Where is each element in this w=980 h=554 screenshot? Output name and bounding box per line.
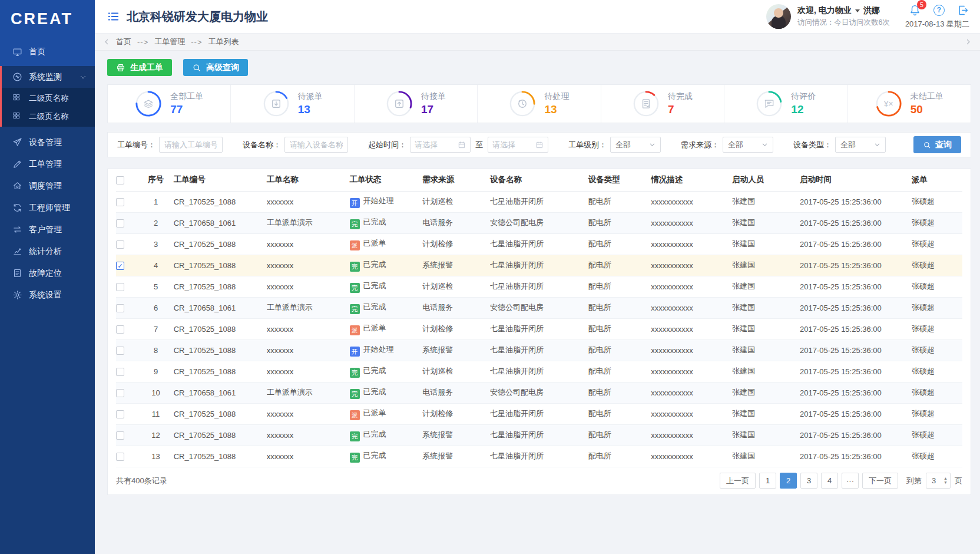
table-row[interactable]: 8CR_170525_1088xxxxxxx开开始处理系统报警七星油脂开闭所配电… bbox=[116, 339, 962, 361]
demand-source-select[interactable]: 全部 bbox=[723, 137, 773, 153]
user-dropdown-caret-icon[interactable] bbox=[855, 9, 860, 12]
page-button-1[interactable]: 1 bbox=[759, 473, 776, 489]
menu-toggle-icon[interactable] bbox=[107, 10, 120, 23]
stat-value: 17 bbox=[421, 103, 446, 116]
row-checkbox[interactable]: ✓ bbox=[116, 262, 124, 270]
column-header: 工单状态 bbox=[350, 169, 423, 191]
row-checkbox[interactable] bbox=[116, 431, 124, 440]
end-date-picker[interactable]: 请选择 bbox=[488, 137, 548, 153]
device-type-select[interactable]: 全部 bbox=[835, 137, 886, 153]
sidebar-item-subpage-1[interactable]: 二级页名称 bbox=[2, 89, 95, 107]
row-checkbox[interactable] bbox=[116, 283, 124, 291]
help-icon[interactable]: ? bbox=[933, 5, 945, 16]
table-row[interactable]: 7CR_170525_1088xxxxxxx派已派单计划检修七星油脂开闭所配电所… bbox=[116, 318, 962, 339]
logout-icon[interactable] bbox=[957, 4, 969, 17]
stat-label: 待接单 bbox=[421, 91, 446, 102]
row-checkbox[interactable] bbox=[116, 368, 124, 376]
column-header: 工单名称 bbox=[267, 169, 350, 191]
grid-icon bbox=[12, 93, 22, 103]
table-row[interactable]: 11CR_170525_1088xxxxxxx派已派单计划检修七星油脂开闭所配电… bbox=[116, 403, 962, 424]
table-row[interactable]: 13CR_170525_1088xxxxxxx完已完成系统报警七星油脂开闭所配电… bbox=[116, 446, 962, 467]
breadcrumb-item-home[interactable]: 首页 bbox=[116, 37, 131, 47]
stat-label: 全部工单 bbox=[170, 91, 203, 102]
cell-type: 配电所 bbox=[588, 212, 651, 233]
goto-page-input[interactable]: 3▲▼ bbox=[926, 473, 951, 489]
cell-type: 配电所 bbox=[588, 255, 651, 276]
table-row[interactable]: ✓4CR_170525_1088xxxxxxx完已完成系统报警七星油脂开闭所配电… bbox=[116, 255, 962, 276]
stat-card-all-orders[interactable]: 全部工单77 bbox=[108, 85, 231, 123]
table-row[interactable]: 1CR_170525_1088xxxxxxx开开始处理计划巡检七星油脂开闭所配电… bbox=[116, 191, 962, 212]
table-row[interactable]: 2CR_170658_1061工单派单演示完已完成电话服务安德公司配电房配电所x… bbox=[116, 212, 962, 233]
cell-dispatcher: 张硕超 bbox=[912, 297, 962, 318]
breadcrumb-forward-icon[interactable] bbox=[965, 38, 972, 45]
row-checkbox[interactable] bbox=[116, 410, 124, 418]
stat-card-to-dispatch[interactable]: 待派单13 bbox=[231, 85, 354, 123]
row-checkbox[interactable] bbox=[116, 325, 124, 334]
stat-value: 13 bbox=[544, 103, 569, 116]
row-checkbox[interactable] bbox=[116, 198, 124, 206]
device-name-input[interactable] bbox=[284, 137, 348, 153]
breadcrumb-item-workorder-list[interactable]: 工单列表 bbox=[208, 37, 239, 47]
sidebar-item-stats-analysis[interactable]: 统计分析 bbox=[0, 240, 95, 262]
order-level-select[interactable]: 全部 bbox=[610, 137, 661, 153]
row-checkbox[interactable] bbox=[116, 219, 124, 227]
column-header: 情况描述 bbox=[651, 169, 732, 191]
next-page-button[interactable]: 下一页 bbox=[862, 473, 898, 489]
table-row[interactable]: 5CR_170525_1088xxxxxxx完已完成计划巡检七星油脂开闭所配电所… bbox=[116, 276, 962, 297]
stat-card-unsettled[interactable]: ¥×未结工单50 bbox=[848, 85, 971, 123]
page-button-3[interactable]: 3 bbox=[800, 473, 817, 489]
sidebar-item-workorder-mgmt[interactable]: 工单管理 bbox=[0, 153, 95, 175]
table-row[interactable]: 12CR_170525_1088xxxxxxx完已完成系统报警七星油脂开闭所配电… bbox=[116, 424, 962, 446]
page-button-2[interactable]: 2 bbox=[780, 473, 797, 489]
notification-bell-icon[interactable]: 5 bbox=[909, 4, 921, 17]
cell-source: 系统报警 bbox=[422, 339, 490, 361]
stat-card-to-finish[interactable]: 待完成7 bbox=[601, 85, 724, 123]
stat-card-to-process[interactable]: 待处理13 bbox=[478, 85, 601, 123]
stat-ring bbox=[509, 90, 536, 117]
breadcrumb-item-workorder-mgmt[interactable]: 工单管理 bbox=[154, 37, 185, 47]
stat-card-to-review[interactable]: 待评价12 bbox=[724, 85, 847, 123]
start-date-picker[interactable]: 请选择 bbox=[410, 137, 471, 153]
sidebar-item-engineer-mgmt[interactable]: 工程师管理 bbox=[0, 197, 95, 219]
cell-status: 派已派单 bbox=[350, 318, 423, 339]
sidebar-item-home[interactable]: 首页 bbox=[0, 40, 95, 64]
cell-status: 完已完成 bbox=[350, 276, 423, 297]
page-button-4[interactable]: 4 bbox=[821, 473, 838, 489]
spinner-arrows-icon[interactable]: ▲▼ bbox=[943, 477, 948, 484]
cell-status: 完已完成 bbox=[350, 361, 423, 382]
row-checkbox[interactable] bbox=[116, 304, 124, 312]
table-row[interactable]: 10CR_170658_1061工单派单演示完已完成电话服务安德公司配电房配电所… bbox=[116, 382, 962, 403]
row-checkbox[interactable] bbox=[116, 453, 124, 461]
cell-type: 配电所 bbox=[588, 382, 651, 403]
column-header: 派单 bbox=[912, 169, 962, 191]
sidebar-item-system-monitor[interactable]: 系统监测 bbox=[2, 66, 95, 88]
sidebar-item-fault-locate[interactable]: 故障定位 bbox=[0, 262, 95, 284]
select-all-checkbox[interactable] bbox=[116, 176, 124, 184]
cell-order-no: CR_170658_1061 bbox=[174, 297, 267, 318]
advanced-search-button[interactable]: 高级查询 bbox=[183, 59, 248, 76]
row-checkbox[interactable] bbox=[116, 347, 124, 355]
table-row[interactable]: 3CR_170525_1088xxxxxxx派已派单计划检修七星油脂开闭所配电所… bbox=[116, 233, 962, 255]
monitor-icon bbox=[12, 47, 22, 57]
row-checkbox[interactable] bbox=[116, 389, 124, 397]
notification-count-badge: 5 bbox=[917, 0, 926, 9]
prev-page-button[interactable]: 上一页 bbox=[720, 473, 756, 489]
status-badge: 完 bbox=[350, 431, 360, 441]
row-checkbox[interactable] bbox=[116, 240, 124, 249]
breadcrumb-back-icon[interactable] bbox=[103, 38, 110, 45]
generate-workorder-button[interactable]: 生成工单 bbox=[107, 59, 172, 76]
sidebar-item-device-mgmt[interactable]: 设备管理 bbox=[0, 131, 95, 153]
order-no-input[interactable] bbox=[159, 137, 223, 153]
sidebar-item-dispatch-mgmt[interactable]: 调度管理 bbox=[0, 175, 95, 197]
table-row[interactable]: 6CR_170658_1061工单派单演示完已完成电话服务安德公司配电房配电所x… bbox=[116, 297, 962, 318]
table-row[interactable]: 9CR_170525_1088xxxxxxx完已完成计划巡检七星油脂开闭所配电所… bbox=[116, 361, 962, 382]
sidebar-item-customer-mgmt[interactable]: 客户管理 bbox=[0, 219, 95, 240]
cell-desc: xxxxxxxxxxx bbox=[651, 233, 732, 255]
sidebar-item-subpage-2[interactable]: 二级页名称 bbox=[2, 107, 95, 126]
user-avatar[interactable] bbox=[766, 4, 791, 29]
page-ellipsis-button[interactable]: ··· bbox=[842, 473, 859, 489]
search-button[interactable]: 查询 bbox=[913, 136, 961, 153]
sidebar-item-system-settings[interactable]: 系统设置 bbox=[0, 284, 95, 306]
cell-desc: xxxxxxxxxxx bbox=[651, 403, 732, 424]
stat-card-to-accept[interactable]: 待接单17 bbox=[355, 85, 478, 123]
